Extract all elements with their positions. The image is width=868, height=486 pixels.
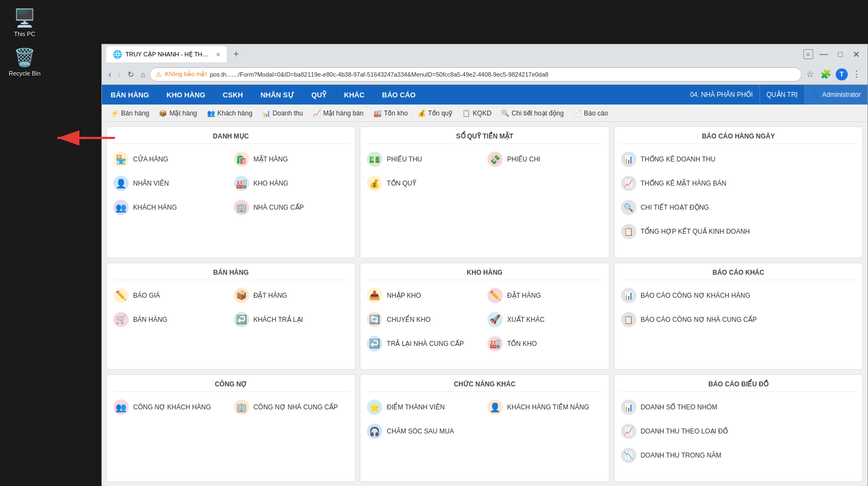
nav-ban-hang[interactable]: BÁN HÀNG [102,85,158,105]
item-thong-ke-mat-hang[interactable]: 📈 THỐNG KÊ MẶT HÀNG BÁN [620,173,857,193]
item-chuyen-kho[interactable]: 🔄 CHUYỂN KHO [366,310,483,329]
desktop-icon-this-pc[interactable]: 🖥️ This PC [5,5,44,39]
item-tong-hop-kqkd[interactable]: 📋 TỔNG HỢP KẾT QUẢ KINH DOANH [620,222,857,241]
quick-nav-kqkd[interactable]: 📋 KQKD [458,107,496,119]
tkmh-label: THỐNG KÊ MẶT HÀNG BÁN [641,180,727,187]
item-phieu-thu[interactable]: 💵 PHIẾU THU [366,149,483,169]
item-ban-hang[interactable]: 🛒 BÁN HÀNG [112,310,229,329]
quick-nav-ton-kho[interactable]: 🏭 Tồn kho [369,107,412,119]
dat-hang-kh-icon: ✏️ [487,288,503,303]
item-doanh-thu-theo-loai[interactable]: 📈 DOANH THU THEO LOẠI ĐỒ [620,421,857,441]
user-button[interactable]: 👤 Administrator [805,85,867,105]
quick-nav-mat-hang-ban[interactable]: 📈 Mặt hàng bán [308,107,368,119]
bao-gia-label: BÁO GIÁ [133,292,160,299]
item-dat-hang-kh[interactable]: ✏️ ĐẶT HÀNG [486,286,603,305]
this-pc-label: This PC [14,31,35,37]
nav-reload-button[interactable]: ↻ [125,69,136,80]
xuat-khac-icon: 🚀 [487,312,503,327]
item-nhan-vien[interactable]: 👤 NHÂN VIÊN [112,173,229,193]
dstn-label: DOANH SỐ THEO NHÓM [641,403,717,411]
item-doanh-so-theo-nhom[interactable]: 📊 DOANH SỐ THEO NHÓM [620,397,857,417]
nav-nhan-su[interactable]: NHÂN SỰ [252,85,303,105]
nav-home-button[interactable]: ⌂ [139,69,147,80]
item-ton-kho[interactable]: 🏭 TỒN KHO [486,334,603,354]
panel-cn-header: CÔNG NỢ [112,380,349,392]
panel-bao-cao-hang-ngay: BÁO CÁO HÀNG NGÀY 📊 THỐNG KÊ DOANH THU 📈… [614,126,863,258]
thkqkd-icon: 📋 [621,224,636,239]
ban-hang-icon: 🛒 [113,312,129,327]
item-cong-no-ncc[interactable]: 🏢 CÔNG NỢ NHÀ CUNG CẤP [233,397,350,417]
item-mat-hang[interactable]: 🛍️ MẶT HÀNG [233,149,350,169]
item-ton-quy[interactable]: 💰 TỒN QUỸ [366,173,483,193]
item-diem-thanh-vien[interactable]: ⭐ ĐIỂM THÀNH VIÊN [366,397,483,417]
browser-tab-active[interactable]: 🌐 TRUY CẬP NHANH - HỆ THỐNG × [106,46,227,62]
item-cua-hang[interactable]: 🏪 CỬA HÀNG [112,149,229,169]
item-cong-no-khach-hang[interactable]: 👥 CÔNG NỢ KHÁCH HÀNG [112,397,229,417]
tra-lai-ncc-icon: ↩️ [367,336,382,351]
dttn-icon: 📉 [621,448,636,463]
ton-kho-label: TỒN KHO [507,340,537,348]
kho-hang-dm-label: KHO HÀNG [254,180,289,187]
quick-nav-mat-hang[interactable]: 📦 Mặt hàng [154,107,201,119]
tab-close-icon[interactable]: × [216,50,220,59]
panel-so-quy: SỔ QUỸ TIỀN MẶT 💵 PHIẾU THU 💸 PHIẾU CHI … [360,126,609,258]
desktop-icon-recycle-bin[interactable]: 🗑️ Recycle Bin [5,45,44,79]
item-tra-lai-ncc[interactable]: ↩️ TRẢ LẠI NHÀ CUNG CẤP [366,334,483,354]
quick-nav-chi-tiet[interactable]: 🔍 Chi tiết hoạt động [497,107,568,119]
item-khach-tra-lai[interactable]: ↩️ KHÁCH TRẢ LẠI [233,310,350,329]
window-maximize[interactable]: □ [835,50,846,59]
address-bar[interactable]: ⚠ Không bảo mật pos.th......./Form?Modal… [150,67,802,82]
nav-khac[interactable]: KHÁC [335,85,373,105]
browser-menu-button[interactable]: ⋮ [850,68,863,80]
item-cham-soc-sau-mua[interactable]: 🎧 CHĂM SÓC SAU MUA [366,421,483,441]
item-dat-hang-bh[interactable]: 📦 ĐẶT HÀNG [233,286,350,305]
nav-quy[interactable]: QUỸ [303,85,336,105]
bookmark-button[interactable]: ☆ [804,68,816,80]
new-tab-button[interactable]: + [230,48,243,61]
nav-kho-hang[interactable]: KHO HÀNG [158,85,214,105]
box-icon: 📦 [159,109,167,117]
ban-hang-label: BÁN HÀNG [133,316,168,323]
nav-cskh[interactable]: CSKH [214,85,252,105]
item-kho-hang-dm[interactable]: 🏭 KHO HÀNG [233,173,350,193]
item-chi-tiet-hoat-dong[interactable]: 🔍 CHI TIẾT HOẠT ĐỘNG [620,198,857,217]
item-nhap-kho[interactable]: 📥 NHẬP KHO [366,286,483,305]
dstn-icon: 📊 [621,400,636,415]
quick-nav-bao-cao[interactable]: 📄 Báo cáo [569,107,612,119]
item-bao-gia[interactable]: ✏️ BÁO GIÁ [112,286,229,305]
browser-window: 🌐 TRUY CẬP NHANH - HỆ THỐNG × + ○ — □ ✕ … [101,44,868,486]
panel-bao-cao-khac: BÁO CÁO KHÁC 📊 BÁO CÁO CÔNG NỢ KHÁCH HÀN… [614,263,863,371]
cua-hang-icon: 🏪 [113,152,129,167]
window-close[interactable]: ✕ [849,49,863,60]
branch-selector[interactable]: 04. NHÀ PHÂN PHỐI [683,85,760,105]
lightning-icon: ⚡ [111,109,119,117]
quick-nav-khach-hang[interactable]: 👥 Khách hàng [203,107,257,119]
nav-forward-button[interactable]: › [116,68,123,80]
nhan-vien-icon: 👤 [113,176,129,191]
item-phieu-chi[interactable]: 💸 PHIẾU CHI [486,149,603,169]
nav-bao-cao[interactable]: BÁO CÁO [373,85,424,105]
bcck-kh-label: BÁO CÁO CÔNG NỢ KHÁCH HÀNG [641,292,750,299]
item-thong-ke-doanh-thu[interactable]: 📊 THỐNG KÊ DOANH THU [620,149,857,169]
main-content: DANH MỤC 🏪 CỬA HÀNG 🛍️ MẶT HÀNG 👤 NHÂN V… [102,122,867,486]
item-khach-hang[interactable]: 👥 KHÁCH HÀNG [112,198,229,217]
profile-avatar[interactable]: T [836,68,848,80]
nhap-kho-icon: 📥 [367,288,382,303]
quick-nav-doanh-thu[interactable]: 📊 Doanh thu [258,107,307,119]
item-nha-cung-cap-dm[interactable]: 🏢 NHÀ CUNG CẤP [233,198,350,217]
quick-nav-ban-hang[interactable]: ⚡ Bán hàng [106,107,153,119]
nav-back-button[interactable]: ‹ [106,68,113,80]
nhap-kho-label: NHẬP KHO [387,292,421,299]
item-doanh-thu-trong-nam[interactable]: 📉 DOANH THU TRONG NĂM [620,445,857,465]
window-minimize[interactable]: — [817,49,832,59]
item-bcck-nha-cung-cap[interactable]: 📋 BÁO CÁO CÔNG NỢ NHÀ CUNG CẤP [620,310,857,329]
quick-nav-ton-quy[interactable]: 💰 Tồn quỹ [413,107,457,119]
khtn-icon: 👤 [487,400,503,415]
item-khach-hang-tiem-nang[interactable]: 👤 KHÁCH HÀNG TIỀM NĂNG [486,397,603,417]
item-xuat-khac[interactable]: 🚀 XUẤT KHÁC [486,310,603,329]
extensions-button[interactable]: 🧩 [818,68,833,80]
item-bcck-khach-hang[interactable]: 📊 BÁO CÁO CÔNG NỢ KHÁCH HÀNG [620,286,857,305]
management-button[interactable]: QUẢN TRỊ [760,85,806,105]
restore-button[interactable]: ○ [803,49,813,59]
ton-quy-label: TỒN QUỸ [387,180,416,187]
